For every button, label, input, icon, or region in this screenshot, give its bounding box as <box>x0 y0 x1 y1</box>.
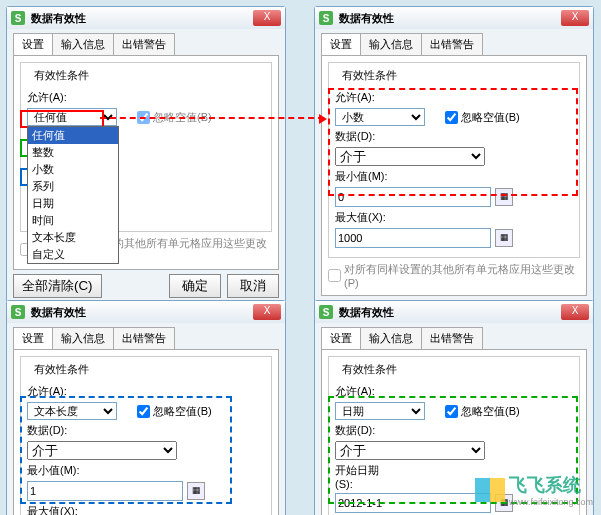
dialog-top-right: S数据有效性X 设置输入信息出错警告 有效性条件 允许(A): 小数忽略空值(B… <box>314 6 594 329</box>
tab-settings[interactable]: 设置 <box>321 33 361 55</box>
app-icon: S <box>11 11 25 25</box>
dd-any[interactable]: 任何值 <box>28 127 118 144</box>
tab-input-msg[interactable]: 输入信息 <box>52 327 114 349</box>
dialog-footer: 全部清除(C) 确定 取消 <box>7 270 285 302</box>
range-picker-icon[interactable]: ▦ <box>495 188 513 206</box>
tab-error-alert[interactable]: 出错警告 <box>113 327 175 349</box>
dd-decimal[interactable]: 小数 <box>28 161 118 178</box>
label-data: 数据(D): <box>27 423 87 438</box>
label-min: 最小值(M): <box>335 169 395 184</box>
dd-custom[interactable]: 自定义 <box>28 246 118 263</box>
app-icon: S <box>11 305 25 319</box>
label-allow: 允许(A): <box>27 384 87 399</box>
tab-input-msg[interactable]: 输入信息 <box>52 33 114 55</box>
group-validity: 有效性条件 <box>339 68 400 83</box>
ignore-blank-check[interactable]: 忽略空值(B) <box>445 404 520 419</box>
start-date-input[interactable] <box>335 493 491 513</box>
allow-select[interactable]: 小数 <box>335 108 425 126</box>
cancel-button[interactable]: 取消 <box>227 274 279 298</box>
tab-settings[interactable]: 设置 <box>13 33 53 55</box>
group-validity: 有效性条件 <box>339 362 400 377</box>
close-icon[interactable]: X <box>253 10 281 26</box>
app-icon: S <box>319 305 333 319</box>
watermark-icon <box>475 478 505 502</box>
close-icon[interactable]: X <box>253 304 281 320</box>
dd-list[interactable]: 系列 <box>28 178 118 195</box>
tab-error-alert[interactable]: 出错警告 <box>421 327 483 349</box>
window-title: 数据有效性 <box>31 11 253 26</box>
min-input[interactable] <box>27 481 183 501</box>
label-start-date: 开始日期(S): <box>335 463 395 490</box>
dialog-top-left: S 数据有效性 X 设置 输入信息 出错警告 有效性条件 允许(A): 任何值 … <box>6 6 286 303</box>
dd-whole[interactable]: 整数 <box>28 144 118 161</box>
range-picker-icon[interactable]: ▦ <box>495 229 513 247</box>
range-picker-icon[interactable]: ▦ <box>187 482 205 500</box>
label-data: 数据(D): <box>335 423 395 438</box>
window-title: 数据有效性 <box>31 305 253 320</box>
tab-error-alert[interactable]: 出错警告 <box>113 33 175 55</box>
app-icon: S <box>319 11 333 25</box>
close-icon[interactable]: X <box>561 304 589 320</box>
allow-select[interactable]: 日期 <box>335 402 425 420</box>
tab-input-msg[interactable]: 输入信息 <box>360 33 422 55</box>
data-select[interactable]: 介于 <box>27 441 177 460</box>
ignore-blank-check[interactable]: 忽略空值(B) <box>137 404 212 419</box>
label-max: 最大值(X): <box>335 210 395 225</box>
label-allow: 允许(A): <box>27 90 87 105</box>
close-icon[interactable]: X <box>561 10 589 26</box>
data-select[interactable]: 介于 <box>335 441 485 460</box>
ignore-blank-check[interactable]: 忽略空值(B) <box>445 110 520 125</box>
tab-input-msg[interactable]: 输入信息 <box>360 327 422 349</box>
clear-all-button[interactable]: 全部清除(C) <box>13 274 102 298</box>
data-select[interactable]: 介于 <box>335 147 485 166</box>
watermark: 飞飞系统www.feifeixitong.com <box>475 473 593 507</box>
dd-time[interactable]: 时间 <box>28 212 118 229</box>
label-allow: 允许(A): <box>335 384 395 399</box>
allow-select[interactable]: 文本长度 <box>27 402 117 420</box>
label-max: 最大值(X): <box>27 504 87 515</box>
label-allow: 允许(A): <box>335 90 395 105</box>
min-input[interactable] <box>335 187 491 207</box>
group-validity: 有效性条件 <box>31 362 92 377</box>
max-input[interactable] <box>335 228 491 248</box>
arrow-to-decimal <box>100 117 324 119</box>
tab-settings[interactable]: 设置 <box>13 327 53 349</box>
dd-textlen[interactable]: 文本长度 <box>28 229 118 246</box>
dialog-bottom-left: S数据有效性X 设置输入信息出错警告 有效性条件 允许(A): 文本长度忽略空值… <box>6 300 286 515</box>
group-validity: 有效性条件 <box>31 68 92 83</box>
ok-button[interactable]: 确定 <box>169 274 221 298</box>
tab-settings[interactable]: 设置 <box>321 327 361 349</box>
title-bar: S 数据有效性 X <box>7 7 285 29</box>
dialog-body: 有效性条件 允许(A): 任何值 忽略空值(B) 任何值 整数 小数 系列 日期… <box>13 55 279 270</box>
tab-bar: 设置 输入信息 出错警告 <box>7 29 285 55</box>
window-title: 数据有效性 <box>339 11 561 26</box>
window-title: 数据有效性 <box>339 305 561 320</box>
label-data: 数据(D): <box>335 129 395 144</box>
apply-all-check[interactable]: 对所有同样设置的其他所有单元格应用这些更改(P) <box>328 262 580 289</box>
dd-date[interactable]: 日期 <box>28 195 118 212</box>
allow-dropdown-list: 任何值 整数 小数 系列 日期 时间 文本长度 自定义 <box>27 126 119 264</box>
label-min: 最小值(M): <box>27 463 87 478</box>
tab-error-alert[interactable]: 出错警告 <box>421 33 483 55</box>
